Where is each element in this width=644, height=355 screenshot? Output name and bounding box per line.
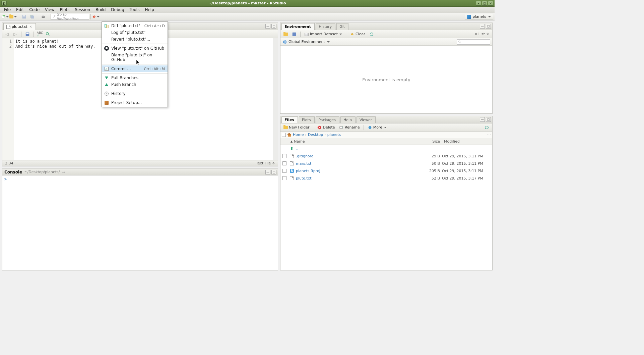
save-button[interactable] xyxy=(20,14,28,20)
col-size[interactable]: Size xyxy=(418,139,442,144)
file-name[interactable]: mars.txt xyxy=(296,161,311,166)
file-name[interactable]: pluto.txt xyxy=(296,176,312,181)
menu-view[interactable]: View xyxy=(42,7,57,13)
file-type: Text File xyxy=(256,161,271,165)
menu-commit[interactable]: ✓ Commit... Ctrl+Alt+M xyxy=(102,65,168,72)
menu-debug[interactable]: Debug xyxy=(108,7,127,13)
menu-plots[interactable]: Plots xyxy=(57,7,72,13)
tab-history[interactable]: History xyxy=(316,23,335,30)
save-workspace-button[interactable] xyxy=(290,31,298,37)
source-tab-pluto[interactable]: pluto.txt ✕ xyxy=(3,23,36,30)
console-body[interactable]: > xyxy=(2,175,278,270)
open-file-button[interactable] xyxy=(9,14,17,20)
caret-icon xyxy=(339,34,342,35)
checkbox[interactable] xyxy=(282,161,286,165)
file-list: ⬆.. .gitignore 29 B Oct 29, 2015, 3:11 P… xyxy=(280,145,492,270)
menu-push[interactable]: Push Branch xyxy=(102,81,168,88)
menu-project-setup[interactable]: Project Setup... xyxy=(102,99,168,106)
minimize-button[interactable]: – xyxy=(476,1,481,6)
file-name[interactable]: .gitignore xyxy=(296,154,314,158)
col-name[interactable]: ▲Name xyxy=(288,139,418,144)
new-folder-button[interactable]: New Folder xyxy=(282,124,311,130)
env-search-input[interactable] xyxy=(457,39,490,45)
tab-help[interactable]: Help xyxy=(340,116,356,123)
maximize-button[interactable]: ▢ xyxy=(482,1,487,6)
breadcrumb-home[interactable]: Home xyxy=(293,133,304,137)
more-button[interactable]: More xyxy=(366,124,388,131)
home-icon[interactable] xyxy=(287,133,292,137)
delete-button[interactable]: Delete xyxy=(315,124,336,131)
menu-help[interactable]: Help xyxy=(142,7,156,13)
checkbox[interactable] xyxy=(282,176,286,180)
maximize-pane-button[interactable]: ▢ xyxy=(271,24,276,29)
forward-button[interactable]: ▷ xyxy=(12,31,18,37)
close-tab-icon[interactable]: ✕ xyxy=(29,25,32,29)
close-button[interactable]: ✕ xyxy=(488,1,493,6)
minimize-pane-button[interactable]: — xyxy=(265,24,270,29)
checkbox[interactable] xyxy=(282,169,286,173)
breadcrumb-desktop[interactable]: Desktop xyxy=(308,133,323,137)
tab-files[interactable]: Files xyxy=(281,116,298,123)
tab-git[interactable]: Git xyxy=(336,23,348,30)
clear-button[interactable]: Clear xyxy=(348,31,367,37)
scrollbar[interactable] xyxy=(273,38,278,160)
file-row[interactable]: .gitignore 29 B Oct 29, 2015, 3:11 PM xyxy=(280,152,492,160)
window-menu-button[interactable]: ◧ xyxy=(1,1,7,6)
save-all-button[interactable] xyxy=(28,14,36,20)
tab-plots[interactable]: Plots xyxy=(299,116,314,123)
tab-packages[interactable]: Packages xyxy=(316,116,339,123)
menu-pull[interactable]: Pull Branches xyxy=(102,74,168,81)
menu-code[interactable]: Code xyxy=(26,7,42,13)
folder-icon xyxy=(283,126,288,129)
file-row[interactable]: pluto.txt 52 B Oct 29, 2015, 3:17 PM xyxy=(280,174,492,182)
menu-edit[interactable]: Edit xyxy=(13,7,26,13)
file-row[interactable]: Rplanets.Rproj 205 B Oct 29, 2015, 3:11 … xyxy=(280,167,492,174)
file-size: 29 B xyxy=(418,154,442,158)
tab-environment[interactable]: Environment xyxy=(281,23,315,30)
save-button[interactable] xyxy=(24,31,31,37)
file-row-up[interactable]: ⬆.. xyxy=(280,145,492,152)
checkbox[interactable] xyxy=(282,154,286,158)
tab-viewer[interactable]: Viewer xyxy=(357,116,376,123)
minimize-pane-button[interactable]: — xyxy=(265,170,270,174)
caret-icon xyxy=(384,127,387,128)
menu-diff[interactable]: Diff "pluto.txt" Ctrl+Alt+D xyxy=(102,22,168,29)
menu-file[interactable]: File xyxy=(1,7,13,13)
project-selector[interactable]: planets xyxy=(465,14,493,19)
menu-blame-github[interactable]: Blame "pluto.txt" on GitHub xyxy=(102,52,168,63)
load-workspace-button[interactable] xyxy=(282,32,289,37)
menu-history[interactable]: History xyxy=(102,90,168,97)
goto-file-input[interactable]: ↗ Go to file/function xyxy=(51,14,89,20)
maximize-pane-button[interactable]: ▢ xyxy=(486,117,491,122)
git-dropdown-button[interactable] xyxy=(92,14,100,20)
list-view-button[interactable]: ≡ List xyxy=(473,31,491,37)
menu-view-github[interactable]: View "pluto.txt" on GitHub xyxy=(102,45,168,52)
refresh-files-button[interactable] xyxy=(483,124,491,131)
file-modified: Oct 29, 2015, 3:17 PM xyxy=(442,176,492,181)
refresh-button[interactable] xyxy=(368,31,376,37)
menu-build[interactable]: Build xyxy=(93,7,108,13)
col-modified[interactable]: Modified xyxy=(442,139,492,144)
menu-tools[interactable]: Tools xyxy=(127,7,142,13)
menu-revert[interactable]: Revert "pluto.txt"... xyxy=(102,36,168,43)
print-button[interactable] xyxy=(40,14,47,20)
breadcrumb-planets[interactable]: planets xyxy=(327,133,341,137)
clock-icon xyxy=(105,92,109,96)
back-button[interactable]: ◁ xyxy=(4,31,10,37)
new-file-button[interactable] xyxy=(1,14,9,20)
file-row[interactable]: mars.txt 50 B Oct 29, 2015, 3:11 PM xyxy=(280,160,492,167)
scope-label[interactable]: Global Environment xyxy=(288,40,325,44)
menu-log[interactable]: Log of "pluto.txt" xyxy=(102,29,168,36)
menu-session[interactable]: Session xyxy=(72,7,93,13)
spellcheck-button[interactable]: ABC✓ xyxy=(37,31,43,37)
maximize-pane-button[interactable]: ▢ xyxy=(486,24,491,29)
minimize-pane-button[interactable]: — xyxy=(480,117,485,122)
find-button[interactable] xyxy=(45,31,51,37)
rename-button[interactable]: Rename xyxy=(337,124,362,131)
maximize-pane-button[interactable]: ▢ xyxy=(271,170,276,174)
caret-icon xyxy=(488,16,491,17)
minimize-pane-button[interactable]: — xyxy=(480,24,485,29)
file-name[interactable]: planets.Rproj xyxy=(296,169,320,173)
select-all-checkbox[interactable] xyxy=(282,133,286,137)
import-dataset-button[interactable]: Import Dataset xyxy=(303,31,344,37)
